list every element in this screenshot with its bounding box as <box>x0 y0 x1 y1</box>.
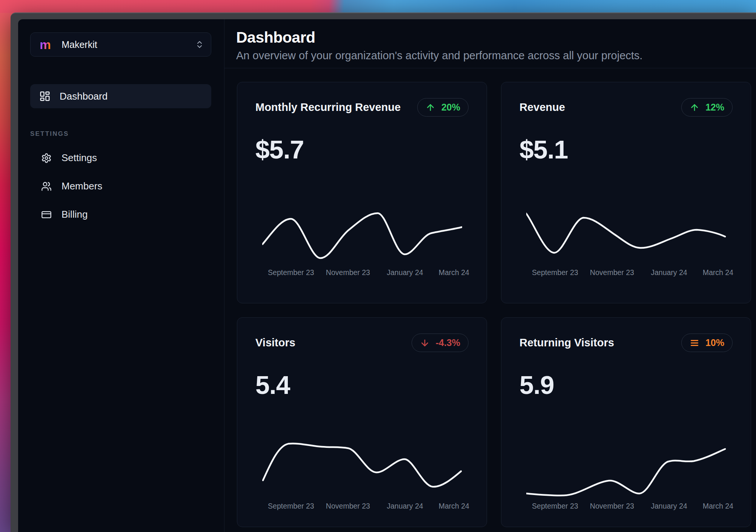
app-window: m Makerkit <box>11 12 756 532</box>
trend-value: 12% <box>705 102 724 113</box>
workspace-selector[interactable]: m Makerkit <box>30 32 211 57</box>
sparkline-chart: September 23 November 23 January 24 Marc… <box>255 440 469 511</box>
x-axis-labels: September 23 November 23 January 24 Marc… <box>526 502 726 511</box>
desktop-wallpaper-top <box>0 0 756 13</box>
settings-section-label: SETTINGS <box>30 130 224 138</box>
x-axis-labels: September 23 November 23 January 24 Marc… <box>262 268 462 277</box>
chart-line <box>263 213 462 258</box>
trend-value: 20% <box>441 102 460 113</box>
sidebar-nav: Dashboard <box>30 84 224 108</box>
arrow-up-icon <box>690 103 699 112</box>
chart-line <box>263 443 461 487</box>
stats-grid: Monthly Recurring Revenue 20% $5.7 <box>224 68 756 532</box>
chart-line <box>526 214 725 253</box>
x-tick: March 24 <box>703 268 733 277</box>
sparkline-chart: September 23 November 23 January 24 Marc… <box>519 440 733 511</box>
x-tick: November 23 <box>590 268 634 277</box>
x-tick: January 24 <box>651 268 687 277</box>
page-title: Dashboard <box>236 28 756 47</box>
card-title: Returning Visitors <box>519 337 614 349</box>
sidebar-item-settings[interactable]: Settings <box>41 152 224 164</box>
sidebar-item-label: Members <box>61 180 102 192</box>
menu-icon <box>690 338 699 348</box>
gear-icon <box>41 153 52 163</box>
main-content: Dashboard An overview of your organizati… <box>224 19 756 532</box>
x-tick: November 23 <box>326 268 370 277</box>
stat-card-revenue: Revenue 12% $5.1 <box>501 82 751 303</box>
x-axis-labels: September 23 November 23 January 24 Marc… <box>526 268 726 277</box>
sidebar-item-dashboard[interactable]: Dashboard <box>30 84 211 108</box>
trend-badge: 20% <box>417 98 469 117</box>
x-tick: September 23 <box>268 502 314 510</box>
app-window-content: m Makerkit <box>18 19 756 532</box>
metric-value: $5.7 <box>255 135 469 164</box>
trend-value: -4.3% <box>436 337 460 348</box>
chart-line <box>527 449 725 495</box>
x-tick: January 24 <box>651 502 687 510</box>
layout-dashboard-icon <box>39 91 51 102</box>
card-title: Visitors <box>255 337 295 349</box>
stat-card-mrr: Monthly Recurring Revenue 20% $5.7 <box>237 82 487 303</box>
x-tick: November 23 <box>590 502 634 510</box>
trend-badge: 10% <box>681 334 733 352</box>
x-tick: September 23 <box>532 502 578 510</box>
trend-value: 10% <box>705 337 724 348</box>
metric-value: $5.1 <box>519 135 733 164</box>
sidebar-item-label: Billing <box>61 209 88 220</box>
x-tick: March 24 <box>703 502 733 510</box>
workspace-name: Makerkit <box>61 39 195 50</box>
x-tick: January 24 <box>387 268 423 277</box>
card-title: Monthly Recurring Revenue <box>255 101 401 114</box>
trend-badge: -4.3% <box>412 334 469 352</box>
sparkline-chart: September 23 November 23 January 24 Marc… <box>255 206 469 277</box>
x-tick: March 24 <box>439 268 469 277</box>
x-tick: March 24 <box>439 502 469 510</box>
x-tick: September 23 <box>268 268 314 277</box>
arrow-up-icon <box>426 103 435 112</box>
metric-value: 5.4 <box>255 371 469 399</box>
arrow-down-icon <box>420 338 430 348</box>
credit-card-icon <box>41 209 52 220</box>
sidebar-item-billing[interactable]: Billing <box>41 209 224 220</box>
stat-card-returning-visitors: Returning Visitors 10% 5.9 <box>501 317 751 527</box>
metric-value: 5.9 <box>519 371 733 399</box>
makerkit-logo: m <box>40 38 51 51</box>
page-header: Dashboard An overview of your organizati… <box>224 19 756 68</box>
settings-nav: Settings Members <box>30 152 224 220</box>
x-tick: September 23 <box>532 268 578 277</box>
x-axis-labels: September 23 November 23 January 24 Marc… <box>262 502 462 511</box>
users-icon <box>41 181 52 192</box>
x-tick: January 24 <box>387 502 423 510</box>
stat-card-visitors: Visitors -4.3% 5.4 <box>237 317 487 527</box>
page-subtitle: An overview of your organization's activ… <box>236 49 756 62</box>
sparkline-chart: September 23 November 23 January 24 Marc… <box>519 206 733 277</box>
sidebar-item-members[interactable]: Members <box>41 180 224 192</box>
sidebar-item-label: Dashboard <box>60 91 108 102</box>
chevrons-up-down-icon <box>195 40 204 49</box>
sidebar-item-label: Settings <box>61 152 97 164</box>
sidebar: m Makerkit <box>18 19 224 532</box>
card-title: Revenue <box>519 101 565 114</box>
trend-badge: 12% <box>681 98 733 117</box>
x-tick: November 23 <box>326 502 370 510</box>
